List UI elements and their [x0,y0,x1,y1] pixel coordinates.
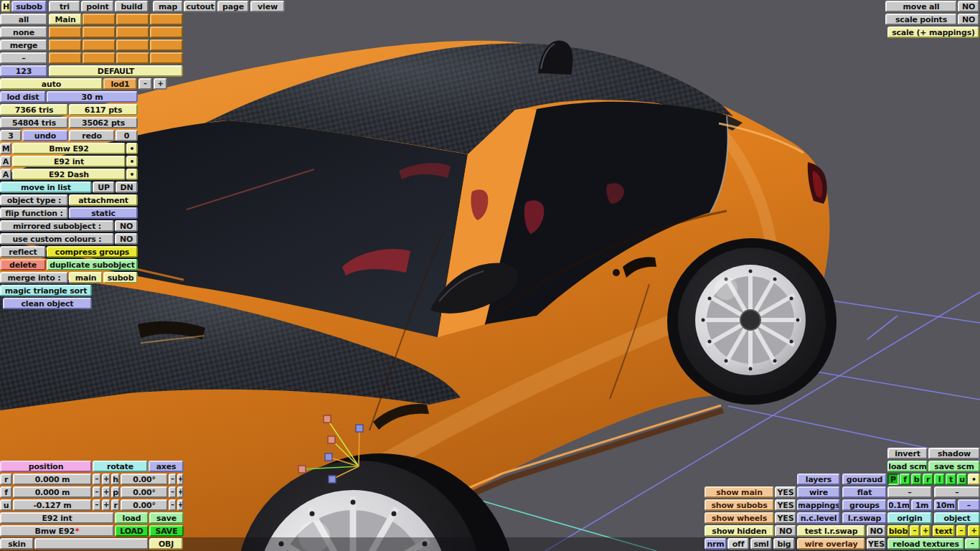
blob-minus-button[interactable]: – [910,525,920,537]
show-main-toggle[interactable]: YES [775,486,796,498]
dash-button[interactable]: – [0,52,47,64]
invert-button[interactable]: invert [887,448,928,459]
pos-f-plus[interactable]: + [102,486,110,498]
obj-export-button[interactable]: OBJ [149,538,183,550]
move-up-button[interactable]: UP [93,182,115,193]
delete-button[interactable]: delete [0,259,46,270]
merge-into-main-button[interactable]: main [69,272,103,283]
custom-colours-toggle[interactable]: NO [115,233,138,245]
lrswap-button[interactable]: l.r.swap [842,512,887,524]
text-minus-button[interactable]: – [956,525,966,537]
text-plus-button[interactable]: + [968,525,980,537]
material-cell[interactable] [116,14,149,25]
pos-u-plus[interactable]: + [102,499,110,511]
material-cell[interactable] [49,52,82,64]
menu-h-button[interactable]: H [1,1,11,12]
skin-button[interactable]: skin [0,538,34,550]
shadow-button[interactable]: shadow [928,448,980,459]
gouraud-button[interactable]: gouraud [842,474,887,485]
menu-tab-map[interactable]: map [153,1,183,12]
rot-r-value[interactable]: 0.00° [121,499,168,511]
view-front-button[interactable]: f [900,474,910,485]
rot-h-value[interactable]: 0.00° [121,474,168,485]
blob-button[interactable]: blob [887,525,909,537]
menu-tab-view[interactable]: view [250,1,285,12]
rot-p-plus[interactable]: + [177,486,184,498]
wire-overlay-toggle[interactable]: YES [867,538,886,550]
undo-button[interactable]: undo [22,130,68,141]
groups-button[interactable]: groups [842,499,887,511]
select-none-button[interactable]: none [0,27,47,38]
magic-triangle-sort-button[interactable]: magic triangle sort [0,285,92,296]
show-hidden-toggle[interactable]: NO [775,525,796,537]
view-dot-button[interactable]: • [968,474,980,485]
menu-tab-point[interactable]: point [81,1,114,12]
material-cell[interactable] [150,39,183,51]
lod-dist-value[interactable]: 30 m [47,91,138,103]
material-cell[interactable] [116,52,149,64]
object-item-bmw-e92[interactable]: Bmw E92 [12,143,126,154]
merge-into-subob-button[interactable]: subob [103,272,138,283]
blob-plus-button[interactable]: + [920,525,930,537]
rear-wheel[interactable] [667,238,837,405]
menu-tab-subob[interactable]: subob [11,1,47,12]
rot-p-minus[interactable]: – [169,486,176,498]
numbers-button[interactable]: 123 [0,65,47,77]
rot-h-minus[interactable]: – [169,474,176,485]
test-lrswap-toggle[interactable]: NO [867,525,886,537]
material-cell[interactable] [83,14,116,25]
lod-minus-button[interactable]: – [138,78,152,90]
clean-object-button[interactable]: clean object [3,298,92,309]
view-top-button[interactable]: t [946,474,956,485]
save-subobject-button[interactable]: save [149,512,184,524]
material-cell[interactable] [150,27,183,38]
material-cell[interactable] [83,39,116,51]
layers-button[interactable]: layers [797,474,840,485]
dash-button[interactable]: – [934,486,980,498]
material-default-button[interactable]: DEFAULT [49,65,183,77]
pos-r-value[interactable]: 0.000 m [13,474,92,485]
lod-plus-button[interactable]: + [154,78,167,90]
pos-r-minus[interactable]: – [93,474,101,485]
menu-tab-page[interactable]: page [217,1,249,12]
material-cell[interactable] [150,14,183,25]
material-cell[interactable] [116,27,149,38]
origin-button[interactable]: origin [887,512,932,524]
rot-p-value[interactable]: 0.00° [121,486,168,498]
test-lrswap-button[interactable]: test l.r.swap [797,525,865,537]
object-type-value[interactable]: attachment [69,194,138,206]
menu-tab-build[interactable]: build [115,1,149,12]
rot-r-plus[interactable]: + [177,499,184,511]
axes-header[interactable]: axes [149,461,184,472]
view-under-button[interactable]: u [957,474,967,485]
subobject-name-field[interactable]: E92 int [0,512,114,524]
save-model-button[interactable]: SAVE [149,525,184,537]
pos-r-plus[interactable]: + [102,474,110,485]
material-cell[interactable] [83,27,116,38]
redo-button[interactable]: redo [69,130,115,141]
scale-mappings-button[interactable]: scale (+ mappings) [887,27,979,38]
pos-u-minus[interactable]: – [93,499,101,511]
normals-big-button[interactable]: big [773,538,795,550]
reflect-button[interactable]: reflect [0,246,46,258]
view-right-button[interactable]: r [923,474,933,485]
object-dot-button[interactable]: • [126,156,138,167]
save-scm-button[interactable]: save scm [928,461,980,472]
model-name-field[interactable]: Bmw E92* [0,525,114,537]
select-all-button[interactable]: all [0,14,47,25]
reload-textures-button[interactable]: reload textures [887,538,964,550]
load-subobject-button[interactable]: load [115,512,149,524]
show-wheels-toggle[interactable]: YES [775,512,796,524]
show-subobs-toggle[interactable]: YES [775,499,796,511]
material-cell[interactable] [49,39,82,51]
view-perspective-button[interactable]: P [887,474,899,485]
scale-points-toggle[interactable]: NO [958,14,979,25]
flat-button[interactable]: flat [842,486,887,498]
text-button[interactable]: text [933,525,955,537]
pos-f-value[interactable]: 0.000 m [13,486,92,498]
material-cell[interactable] [116,39,149,51]
compress-groups-button[interactable]: compress groups [47,246,138,258]
dash-button[interactable]: – [887,486,932,498]
lod-auto-button[interactable]: auto [0,78,103,90]
material-cell[interactable] [83,52,116,64]
